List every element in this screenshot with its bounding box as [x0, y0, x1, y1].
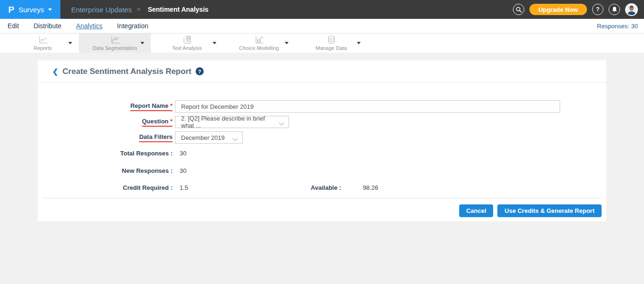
- card-header: ❮ Create Sentiment Analysis Report ?: [38, 60, 606, 83]
- toolbar-tab-label: Reports: [33, 45, 52, 51]
- top-navbar: P Surveys Enterprise Updates > Sentiment…: [0, 0, 644, 19]
- create-report-card: ❮ Create Sentiment Analysis Report ? Rep…: [38, 60, 606, 221]
- cancel-button[interactable]: Cancel: [459, 204, 494, 217]
- help-icon[interactable]: ?: [196, 67, 204, 75]
- chevron-down-icon[interactable]: [140, 42, 144, 44]
- chevron-down-icon[interactable]: [357, 42, 361, 44]
- question-row: Question * 2. [Q2] Please describe in br…: [38, 116, 606, 128]
- available-credits-value: 98.26: [363, 184, 379, 191]
- required-asterisk: *: [170, 118, 173, 125]
- chevron-down-icon: [232, 136, 238, 143]
- report-form: Report Name * Question * 2. [Q2] Please …: [38, 83, 606, 191]
- toolbar-tab-reports[interactable]: Reports: [7, 33, 79, 53]
- data-filters-select[interactable]: December 2019: [175, 131, 243, 144]
- line-chart-icon: [37, 36, 49, 44]
- report-name-label: Report Name *: [38, 102, 173, 111]
- analytics-toolbar: Reports Data Segmentation Text Analysis …: [0, 33, 644, 53]
- toolbar-tab-label: Text Analysis: [172, 45, 202, 51]
- help-icon[interactable]: ?: [592, 4, 603, 15]
- form-footer: Cancel Use Credits & Generate Report: [38, 198, 606, 221]
- toolbar-tab-label: Choice Modelling: [239, 45, 279, 51]
- toolbar-tab-label: Manage Data: [315, 45, 347, 51]
- total-responses-value: 30: [180, 150, 186, 157]
- back-icon[interactable]: ❮: [52, 67, 58, 76]
- breadcrumb: Enterprise Updates > Sentiment Analysis: [71, 6, 208, 14]
- new-responses-label: New Responses :: [38, 167, 173, 174]
- data-filters-label: Data Filters: [38, 133, 173, 142]
- total-responses-label: Total Responses :: [38, 150, 173, 157]
- question-select[interactable]: 2. [Q2] Please describe in brief what ..…: [175, 116, 289, 128]
- report-name-row: Report Name *: [38, 100, 606, 113]
- toolbar-tab-label: Data Segmentation: [92, 45, 137, 51]
- required-asterisk: *: [170, 102, 173, 109]
- credit-required-value: 1.5: [180, 184, 188, 191]
- data-filters-select-value: December 2019: [181, 134, 225, 141]
- product-label: Surveys: [18, 6, 44, 14]
- total-responses-row: Total Responses : 30: [38, 150, 606, 157]
- tab-analytics[interactable]: Analytics: [76, 22, 102, 30]
- newspaper-icon: [182, 35, 192, 44]
- zigzag-chart-icon: [109, 36, 121, 44]
- chevron-down-icon[interactable]: [285, 42, 289, 44]
- tab-distribute[interactable]: Distribute: [33, 22, 61, 30]
- toolbar-tab-data-segmentation[interactable]: Data Segmentation: [79, 33, 151, 53]
- question-label: Question *: [38, 118, 173, 127]
- question-select-value: 2. [Q2] Please describe in brief what ..…: [181, 115, 275, 129]
- breadcrumb-survey-name[interactable]: Enterprise Updates: [71, 6, 132, 14]
- tab-integration[interactable]: Integration: [117, 22, 148, 30]
- data-filters-row: Data Filters December 2019: [38, 131, 606, 144]
- main-content: ❮ Create Sentiment Analysis Report ? Rep…: [0, 60, 644, 284]
- breadcrumb-current-page: Sentiment Analysis: [148, 6, 208, 13]
- notifications-bell-icon[interactable]: [609, 4, 620, 15]
- database-icon: [326, 35, 337, 44]
- new-responses-value: 30: [180, 167, 186, 174]
- report-name-input[interactable]: [175, 100, 560, 113]
- upgrade-now-button[interactable]: Upgrade Now: [529, 4, 587, 15]
- responses-count[interactable]: Responses: 30: [597, 23, 638, 30]
- surveys-menu[interactable]: P Surveys: [0, 0, 60, 19]
- chevron-down-icon: [48, 8, 52, 11]
- topbar-actions: Upgrade Now ?: [513, 3, 644, 16]
- credit-required-row: Credit Required : 1.5 Available : 98.26: [38, 184, 606, 191]
- chevron-down-icon: [279, 120, 284, 127]
- tab-edit[interactable]: Edit: [8, 22, 19, 30]
- new-responses-row: New Responses : 30: [38, 167, 606, 174]
- available-credits-label: Available :: [311, 184, 341, 191]
- user-avatar[interactable]: [625, 3, 638, 16]
- generate-report-button[interactable]: Use Credits & Generate Report: [497, 204, 602, 217]
- credit-required-label: Credit Required :: [38, 184, 173, 191]
- breadcrumb-separator: >: [137, 6, 140, 13]
- survey-section-nav: Edit Distribute Analytics Integration Re…: [0, 19, 644, 33]
- bubble-chart-icon: [254, 36, 265, 44]
- chevron-down-icon[interactable]: [68, 42, 72, 44]
- toolbar-tab-text-analysis[interactable]: Text Analysis: [151, 33, 223, 53]
- page-title: Create Sentiment Analysis Report: [63, 67, 191, 76]
- questionpro-logo-icon: P: [8, 5, 15, 14]
- search-icon[interactable]: [513, 4, 524, 15]
- toolbar-tab-manage-data[interactable]: Manage Data: [295, 33, 367, 53]
- chevron-down-icon[interactable]: [213, 42, 216, 44]
- toolbar-tab-choice-modelling[interactable]: Choice Modelling: [223, 33, 295, 53]
